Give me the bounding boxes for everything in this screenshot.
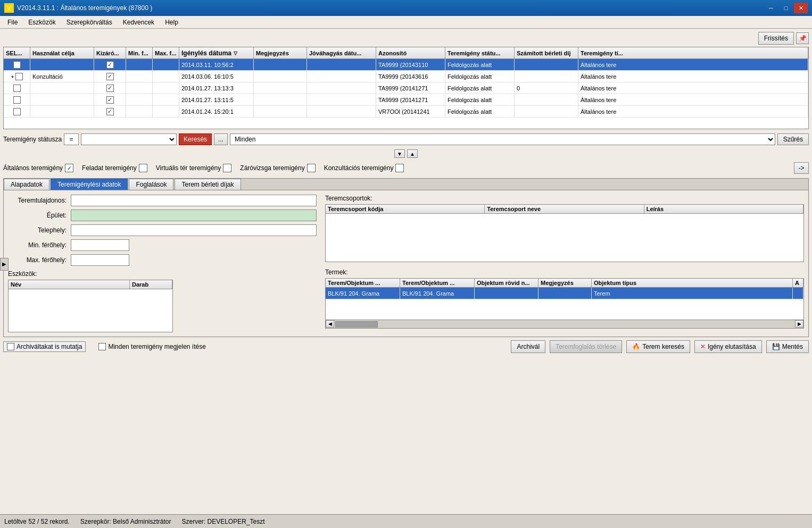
cell-igenyles: 2014.01.27. 13:11:5 bbox=[179, 94, 254, 105]
title-bar: V V2014.3.11.1 : Általános teremigények … bbox=[0, 0, 812, 16]
main-grid: SEL... Használat célja Kizáró... Min. f.… bbox=[3, 47, 809, 129]
minferhely-input[interactable] bbox=[71, 239, 129, 251]
list-item[interactable]: BLK/91 204. Grama BLK/91 204. Grama Tere… bbox=[326, 288, 803, 299]
zarovizsga-checkbox[interactable] bbox=[307, 164, 316, 172]
scroll-left-button[interactable]: ◀ bbox=[326, 320, 334, 328]
cell-kizaro bbox=[94, 82, 126, 94]
cell-kizaro bbox=[94, 94, 126, 105]
scroll-thumb[interactable] bbox=[335, 321, 378, 328]
menu-kedvencek[interactable]: Kedvencek bbox=[118, 16, 160, 28]
collapse-down-button[interactable]: ▼ bbox=[394, 149, 405, 158]
collapse-up-button[interactable]: ▲ bbox=[407, 149, 418, 158]
col-neve: Teremcsoport neve bbox=[485, 205, 644, 213]
ellipsis-button[interactable]: ... bbox=[214, 133, 228, 145]
table-row[interactable]: + Konzultáció 2014.03.06. 16:10:5 TA9999… bbox=[4, 71, 808, 82]
minden-teremigeny-checkbox[interactable] bbox=[98, 343, 106, 350]
teremtulajdonos-input[interactable] bbox=[71, 195, 317, 206]
zarovizsga-checkbox-label[interactable]: Záróvizsga teremigény bbox=[240, 164, 315, 172]
zarovizsga-label: Záróvizsga teremigény bbox=[240, 164, 304, 172]
igeny-elutasitas-button[interactable]: ✕ Igény elutasítása bbox=[694, 340, 762, 353]
checkbox-row: Általános teremigény Feladat teremigény … bbox=[3, 160, 809, 176]
kizaro-checkbox bbox=[106, 85, 114, 92]
termek-header: Terem/Objektum ... Terem/Objektum ... Ob… bbox=[326, 279, 803, 288]
virtualis-checkbox-label[interactable]: Virtuális tér teremigény bbox=[156, 164, 232, 172]
cell-megjegyzes bbox=[254, 106, 307, 117]
cell-jovahagyas bbox=[307, 82, 376, 94]
cell-status: Feldolgozás alatt bbox=[445, 59, 515, 70]
col-megjegyzes: Megjegyzés bbox=[538, 279, 592, 287]
archival-button[interactable]: Archivál bbox=[511, 340, 545, 353]
eszkozok-body bbox=[9, 289, 172, 332]
table-row[interactable]: 2014.01.24. 15:20:1 VR7OOl (20141241 Fel… bbox=[4, 106, 808, 118]
pin-button[interactable]: 📌 bbox=[796, 32, 809, 44]
row-checkbox[interactable] bbox=[13, 85, 21, 92]
row-checkbox[interactable] bbox=[13, 108, 21, 115]
cell-hasznalat bbox=[30, 106, 94, 117]
telephely-label: Telephely: bbox=[8, 227, 67, 234]
arrow-button[interactable]: -> bbox=[794, 162, 809, 174]
cell-berleti bbox=[515, 71, 578, 82]
konzultacios-checkbox[interactable] bbox=[395, 164, 404, 172]
konzultacios-checkbox-label[interactable]: Konzultációs teremigény bbox=[324, 164, 404, 172]
cell-tipus: Általános tere bbox=[578, 106, 808, 117]
tab-alapadatok[interactable]: Alapadatok bbox=[4, 179, 49, 190]
teremfoglalas-torles-button[interactable]: Teremfoglalás törlése bbox=[550, 340, 622, 353]
form-left: Teremtulajdonos: Épület: Telephely: Min.… bbox=[8, 195, 317, 332]
telephely-input[interactable] bbox=[71, 224, 317, 236]
tab-foglalasok[interactable]: Foglalások bbox=[129, 179, 173, 190]
row-checkbox[interactable] bbox=[13, 61, 21, 69]
feladat-checkbox[interactable] bbox=[139, 164, 147, 172]
cell-minf bbox=[126, 106, 153, 117]
terem-kereses-button[interactable]: 🔥 Terem keresés bbox=[626, 340, 690, 353]
scroll-right-button[interactable]: ▶ bbox=[795, 320, 803, 328]
cell-jovahagyas bbox=[307, 94, 376, 105]
termek-title: Termek: bbox=[325, 269, 804, 276]
epulet-input[interactable] bbox=[71, 209, 317, 221]
menu-file[interactable]: File bbox=[2, 16, 23, 28]
menu-help[interactable]: Help bbox=[160, 16, 184, 28]
col-status: Teremigény státu... bbox=[445, 47, 515, 58]
col-azonosito: Azonosító bbox=[376, 47, 445, 58]
cell-status: Feldolgozás alatt bbox=[445, 82, 515, 94]
close-button[interactable]: ✕ bbox=[794, 3, 808, 13]
altalanos-checkbox-label[interactable]: Általános teremigény bbox=[3, 164, 73, 172]
cell-rovid bbox=[475, 288, 538, 299]
status-bar: Letöltve 52 / 52 rekord. Szerepkör: Bels… bbox=[0, 514, 812, 528]
maximize-button[interactable]: □ bbox=[779, 3, 793, 13]
table-row[interactable]: 2014.03.11. 10:56:2 TA9999 (20143110 Fel… bbox=[4, 59, 808, 71]
mentes-button[interactable]: 💾 Mentés bbox=[766, 340, 809, 353]
side-arrow-button[interactable]: ▶ bbox=[0, 258, 9, 271]
teremcsoportok-header: Teremcsoport kódja Teremcsoport neve Leí… bbox=[326, 205, 803, 214]
termek-body: BLK/91 204. Grama BLK/91 204. Grama Tere… bbox=[326, 288, 803, 320]
archivaltakat-checkbox[interactable] bbox=[7, 343, 14, 350]
cell-megjegyzes bbox=[254, 59, 307, 70]
teremtulajdonos-label: Teremtulajdonos: bbox=[8, 197, 67, 204]
cell-azonosito: TA9999 (20143616 bbox=[376, 71, 445, 82]
menu-szerepkorvaltas[interactable]: Szerepkörváltás bbox=[61, 16, 118, 28]
row-checkbox[interactable] bbox=[15, 73, 23, 80]
cell-igenyles: 2014.01.24. 15:20:1 bbox=[179, 106, 254, 117]
tab-berleti-dijak[interactable]: Terem bérleti díjak bbox=[175, 179, 241, 190]
feladat-checkbox-label[interactable]: Feladat teremigény bbox=[82, 164, 147, 172]
minden-select[interactable]: Minden bbox=[230, 133, 775, 145]
table-row[interactable]: 2014.01.27. 13:11:5 TA9999 (20141271 Fel… bbox=[4, 94, 808, 106]
tab-teremigenylesi[interactable]: Teremigénylési adatok bbox=[51, 179, 128, 190]
cell-minf bbox=[126, 59, 153, 70]
refresh-button[interactable]: Frissítés bbox=[758, 32, 794, 45]
search-button[interactable]: Keresés bbox=[179, 133, 212, 145]
virtualis-checkbox[interactable] bbox=[223, 164, 231, 172]
altalanos-checkbox[interactable] bbox=[65, 164, 73, 172]
maxferhely-input[interactable] bbox=[71, 254, 129, 266]
filter-status-select[interactable] bbox=[81, 133, 177, 145]
col-berleti: Számított bérleti díj bbox=[515, 47, 578, 58]
scroll-track bbox=[334, 320, 795, 328]
menu-eszkozok[interactable]: Eszközök bbox=[23, 16, 61, 28]
row-checkbox[interactable] bbox=[13, 96, 21, 104]
minimize-button[interactable]: ─ bbox=[764, 3, 778, 13]
cell-berleti bbox=[515, 106, 578, 117]
role-label: Szerepkör: Belső Adminisztrátor bbox=[80, 518, 171, 525]
cell-terem1: BLK/91 204. Grama bbox=[326, 288, 400, 299]
szures-button[interactable]: Szűrés bbox=[777, 133, 809, 145]
grid-body: 2014.03.11. 10:56:2 TA9999 (20143110 Fel… bbox=[4, 59, 808, 129]
table-row[interactable]: 2014.01.27. 13:13:3 TA9999 (20141271 Fel… bbox=[4, 82, 808, 94]
